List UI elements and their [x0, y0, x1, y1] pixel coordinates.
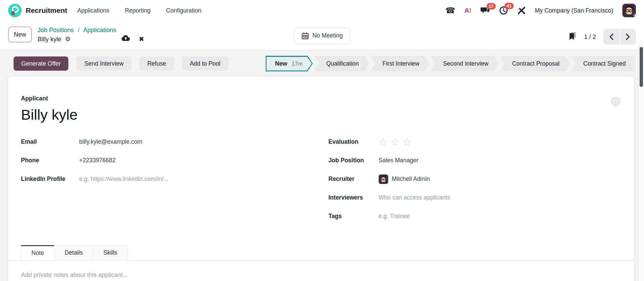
evaluation-label: Evaluation: [329, 138, 379, 145]
pager-value[interactable]: 1 / 2: [584, 33, 596, 41]
stage-qualification[interactable]: Qualification: [314, 56, 369, 71]
control-panel: New Job Positions / Applications Billy k…: [0, 21, 644, 50]
stage-duration-badge: 17m: [292, 61, 303, 67]
pager-previous-button[interactable]: [603, 29, 619, 45]
discard-icon[interactable]: ✖: [139, 34, 144, 44]
softphone-icon[interactable]: ☎: [445, 6, 456, 15]
activities-count-badge: 41: [505, 3, 513, 9]
gear-icon[interactable]: ⚙: [65, 34, 71, 44]
tab-details[interactable]: Details: [54, 245, 93, 260]
breadcrumb: Job Positions / Applications Billy kyle …: [38, 26, 144, 44]
user-menu[interactable]: ✈: [622, 4, 636, 17]
interviewers-label: Interviewers: [329, 194, 379, 201]
status-action-bar: Generate Offer Send Interview Refuse Add…: [0, 50, 644, 77]
messages-icon[interactable]: 17: [481, 6, 490, 15]
breadcrumb-applications[interactable]: Applications: [83, 27, 116, 33]
job-position-label: Job Position: [329, 157, 379, 164]
linkedin-field[interactable]: e.g. https://www.linkedin.com/in/...: [79, 175, 314, 183]
save-cloud-icon[interactable]: [121, 34, 130, 44]
evaluation-row: Evaluation ☆☆☆: [329, 133, 621, 151]
applicant-label: Applicant: [21, 77, 621, 102]
tags-row: Tags e.g. Trainee: [329, 207, 621, 226]
phone-field[interactable]: +2233976682: [79, 157, 314, 164]
header-block: Recruitment Applications Reporting Confi…: [0, 0, 644, 50]
systray: ☎ AI 17 41: [445, 4, 636, 17]
stage-first-interview[interactable]: First Interview: [370, 56, 429, 71]
breadcrumb-separator: /: [78, 27, 80, 33]
calendar-icon: [301, 32, 309, 40]
recruiter-field[interactable]: Mitchell Admin: [392, 175, 430, 183]
linkedin-row: LinkedIn Profile e.g. https://www.linked…: [21, 170, 314, 188]
main-menu: Applications Reporting Configuration: [77, 7, 201, 14]
star-icon[interactable]: ☆: [379, 136, 391, 147]
app-title: Recruitment: [26, 6, 67, 15]
scrollbar-track[interactable]: [638, 42, 644, 281]
applicant-form-card: Applicant Billy kyle Email billy.kyle@ex…: [8, 77, 634, 281]
email-row: Email billy.kyle@example.com: [21, 133, 314, 151]
notebook-tabs: Note Details Skills: [8, 245, 634, 260]
bookmark-icon[interactable]: [569, 32, 577, 42]
stage-contract-signed[interactable]: Contract Signed: [571, 56, 635, 71]
phone-label: Phone: [21, 157, 79, 164]
interviewers-row: Interviewers Who can access applicants: [329, 188, 621, 207]
tab-skills[interactable]: Skills: [93, 245, 128, 260]
stage-bar: New 17m Qualification First Interview Se…: [266, 56, 635, 71]
job-position-field[interactable]: Sales Manager: [379, 157, 621, 164]
tab-note[interactable]: Note: [21, 245, 54, 260]
activities-icon[interactable]: 41: [499, 6, 508, 15]
stage-new[interactable]: New 17m: [266, 56, 313, 71]
interviewers-field[interactable]: Who can access applicants: [379, 194, 621, 201]
recruiter-row: Recruiter Mitchell Admin: [329, 170, 621, 188]
messages-count-badge: 17: [487, 3, 495, 9]
stage-contract-proposal[interactable]: Contract Proposal: [500, 56, 570, 71]
pager-next-button[interactable]: [620, 29, 636, 45]
chevron-right-icon: [626, 33, 630, 40]
new-record-button[interactable]: New: [8, 27, 32, 42]
send-interview-button[interactable]: Send Interview: [76, 56, 131, 71]
email-field[interactable]: billy.kyle@example.com: [79, 138, 314, 145]
linkedin-label: LinkedIn Profile: [21, 175, 79, 183]
breadcrumb-current-record: Billy kyle: [38, 34, 61, 44]
stage-second-interview[interactable]: Second Interview: [431, 56, 498, 71]
navbar: Recruitment Applications Reporting Confi…: [0, 0, 644, 21]
menu-applications[interactable]: Applications: [77, 7, 109, 14]
star-icon[interactable]: ☆: [403, 136, 415, 147]
chevron-left-icon: [609, 33, 614, 40]
meeting-button[interactable]: No Meeting: [294, 27, 350, 44]
ai-icon[interactable]: AI: [465, 7, 471, 15]
company-switcher[interactable]: My Company (San Francisco): [535, 7, 613, 14]
generate-offer-button[interactable]: Generate Offer: [14, 56, 68, 71]
recruiter-label: Recruiter: [329, 175, 379, 183]
menu-configuration[interactable]: Configuration: [166, 7, 201, 14]
email-label: Email: [21, 138, 79, 145]
star-icon[interactable]: ☆: [391, 136, 403, 147]
phone-row: Phone +2233976682: [21, 151, 314, 170]
kanban-state-icon[interactable]: [611, 97, 620, 106]
applicant-name-field[interactable]: Billy kyle: [21, 107, 621, 123]
recruitment-app-icon[interactable]: [8, 4, 22, 17]
recruiter-avatar: [379, 174, 388, 184]
evaluation-stars[interactable]: ☆☆☆: [379, 137, 621, 147]
job-position-row: Job Position Sales Manager: [329, 151, 621, 170]
debug-tools-icon[interactable]: [517, 6, 526, 15]
menu-reporting[interactable]: Reporting: [125, 7, 151, 14]
scrollbar-thumb[interactable]: [640, 47, 643, 87]
refuse-button[interactable]: Refuse: [139, 56, 174, 71]
note-input[interactable]: Add private notes about this applicant..…: [21, 260, 621, 281]
out-of-office-plane-icon: ✈: [633, 13, 637, 18]
add-to-pool-button[interactable]: Add to Pool: [182, 56, 228, 71]
tags-label: Tags: [329, 213, 379, 220]
tags-field[interactable]: e.g. Trainee: [379, 213, 621, 220]
breadcrumb-job-positions[interactable]: Job Positions: [38, 27, 74, 33]
